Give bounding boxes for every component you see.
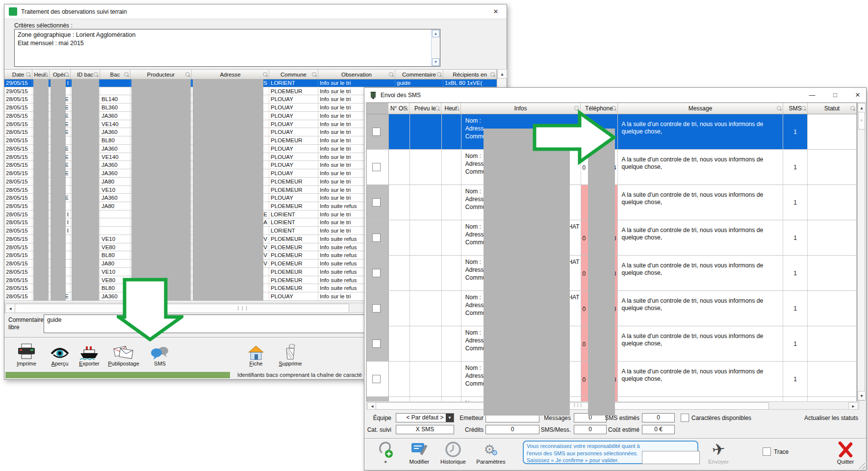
- cell-bac: [100, 218, 130, 226]
- cell-bac: JA360: [100, 145, 130, 153]
- column-header-idbac[interactable]: ID bac: [71, 70, 100, 79]
- cell-bac: JA360: [100, 128, 130, 136]
- publipostage-icon: [106, 341, 141, 361]
- quitter-button[interactable]: Quitter: [830, 440, 861, 467]
- supprime-button[interactable]: Supprime: [273, 341, 307, 369]
- column-header-observation[interactable]: Observation: [318, 70, 395, 79]
- scroll-down-icon[interactable]: ▼: [432, 58, 439, 66]
- cell-sms: 1: [783, 291, 808, 326]
- cell-commune: PLOUAY: [269, 120, 318, 128]
- search-icon[interactable]: [437, 72, 441, 77]
- modifier-button[interactable]: Modifier: [406, 440, 433, 467]
- envoyer-button[interactable]: ✈ Envoyer: [703, 440, 734, 467]
- row-checkbox[interactable]: [372, 234, 381, 242]
- cell-bac: BL80: [100, 251, 130, 259]
- parametres-button[interactable]: ⚙⚙ Paramètres: [473, 440, 509, 467]
- actualiser-statuts-link[interactable]: Actualiser les statuts: [804, 415, 858, 421]
- search-icon[interactable]: [389, 72, 393, 77]
- scroll-right-icon[interactable]: ▸: [848, 402, 858, 410]
- exporter-button[interactable]: Exporter: [72, 341, 106, 369]
- column-header-adresse[interactable]: Adresse: [192, 70, 269, 79]
- row-checkbox[interactable]: [372, 340, 381, 348]
- row-checkbox[interactable]: [372, 198, 381, 207]
- scroll-up-icon[interactable]: ▲: [432, 30, 439, 37]
- column-header-date[interactable]: Date: [4, 70, 32, 79]
- search-icon[interactable]: [403, 106, 408, 110]
- trace-checkbox[interactable]: [763, 447, 771, 456]
- criteria-scrollbar[interactable]: ▲ ▼: [431, 29, 440, 66]
- search-icon[interactable]: [263, 72, 267, 77]
- search-icon[interactable]: [124, 72, 128, 77]
- sms-vertical-scrollbar[interactable]: ▴ ≡ ▾: [857, 103, 865, 401]
- cat-suivi-field[interactable]: X SMS: [396, 425, 454, 434]
- search-icon[interactable]: [26, 72, 30, 77]
- cell-commune: PLOUAY: [269, 128, 318, 136]
- toolbar-separator: [364, 438, 866, 439]
- search-icon[interactable]: [94, 72, 98, 77]
- close-icon[interactable]: ✕: [491, 7, 501, 17]
- caracteres-checkbox[interactable]: [681, 414, 689, 422]
- cell-comment: guide: [395, 79, 443, 87]
- criteria-line: Zone géographique : Lorient Agglomératio…: [18, 31, 429, 39]
- observations-table-header: DateHeur.Opér.ID bacBacProducteurAdresse…: [4, 69, 497, 79]
- splitter-grip[interactable]: ❘❘❘: [236, 306, 249, 311]
- row-checkbox[interactable]: [372, 163, 381, 171]
- cout-estime-value: 0 €: [642, 425, 675, 434]
- scrollbar-thumb[interactable]: ≡: [858, 112, 865, 130]
- search-icon[interactable]: [801, 106, 806, 110]
- scrollbar-thumb[interactable]: [376, 402, 769, 410]
- row-checkbox[interactable]: [372, 269, 381, 277]
- column-header-label: Infos: [514, 105, 527, 112]
- minimize-icon[interactable]: —: [807, 90, 817, 100]
- maximize-icon[interactable]: □: [830, 90, 840, 100]
- column-header-opr[interactable]: Opér.: [50, 70, 71, 79]
- column-header-heur[interactable]: Heur: [441, 103, 461, 114]
- publipostage-button[interactable]: Publipostage: [106, 341, 141, 369]
- column-header-sms[interactable]: SMS: [783, 103, 808, 114]
- column-header-heur[interactable]: Heur.: [32, 70, 50, 79]
- scroll-up-icon[interactable]: ▴: [497, 69, 507, 78]
- column-header-bac[interactable]: Bac: [100, 70, 130, 79]
- column-header-label: Récipients en: [453, 72, 487, 78]
- column-header-label: ID bac: [77, 72, 93, 78]
- row-checkbox[interactable]: [372, 304, 381, 313]
- cell-heure: [442, 185, 461, 220]
- search-icon[interactable]: [435, 106, 439, 110]
- search-icon[interactable]: [490, 72, 495, 77]
- search-icon[interactable]: [777, 106, 781, 110]
- imprime-button[interactable]: Imprime: [9, 341, 44, 369]
- search-icon[interactable]: [455, 106, 459, 110]
- equipe-dropdown[interactable]: < Par défaut >▼: [396, 413, 454, 422]
- row-checkbox[interactable]: [372, 375, 381, 383]
- column-header-nos[interactable]: N° OS: [388, 103, 409, 114]
- row-checkbox[interactable]: [372, 128, 381, 136]
- add-button[interactable]: +: [373, 440, 398, 467]
- historique-button[interactable]: Historique: [438, 440, 468, 467]
- search-icon[interactable]: [64, 72, 69, 77]
- cell-date: 28/05/15: [4, 186, 32, 194]
- column-header-prvule[interactable]: Prévu le: [409, 103, 441, 114]
- column-header-commentaire[interactable]: Commentaire: [395, 70, 443, 79]
- column-header-statut[interactable]: Statut: [808, 103, 857, 114]
- sms-button[interactable]: SMS: [143, 341, 177, 369]
- search-icon[interactable]: [850, 106, 855, 110]
- search-icon[interactable]: [43, 72, 48, 77]
- cell-date: 28/05/15: [4, 194, 32, 202]
- criteria-box[interactable]: Zone géographique : Lorient Agglomératio…: [14, 29, 440, 67]
- scroll-down-icon[interactable]: ▾: [858, 391, 866, 400]
- fiche-button[interactable]: Fiche: [239, 341, 273, 369]
- scroll-left-icon[interactable]: ◂: [5, 304, 15, 313]
- column-header-rcipientsen[interactable]: Récipients en: [443, 70, 497, 79]
- column-header-commune[interactable]: Commune: [269, 70, 318, 79]
- search-icon[interactable]: [312, 72, 316, 77]
- column-header-producteur[interactable]: Producteur: [130, 70, 192, 79]
- close-icon[interactable]: ✕: [853, 90, 863, 100]
- search-icon[interactable]: [185, 72, 190, 77]
- window-title: Traitement des observations suivi terrai…: [21, 8, 127, 15]
- comment-label: Commentaire libre: [8, 316, 44, 331]
- scroll-up-icon[interactable]: ▴: [858, 103, 866, 112]
- confirm-input[interactable]: [642, 451, 700, 464]
- column-header-message[interactable]: Message: [618, 103, 783, 114]
- equipe-label: Équipe: [364, 415, 391, 421]
- cell-commune: PLOEMEUR: [269, 235, 318, 243]
